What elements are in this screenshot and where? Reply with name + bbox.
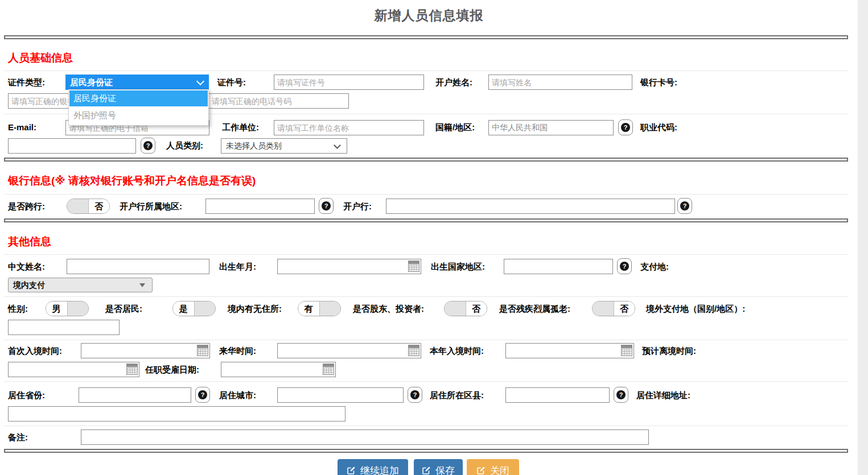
is-shareholder-label: 是否股东、投资者:	[353, 301, 424, 316]
calendar-icon[interactable]	[126, 364, 138, 375]
dropdown-option-foreign-passport[interactable]: 外国护照号	[69, 108, 208, 123]
phone-input[interactable]	[208, 93, 349, 109]
year-entry-input[interactable]	[505, 343, 634, 358]
calendar-icon[interactable]	[408, 345, 419, 356]
province-label: 居住省份:	[8, 387, 45, 403]
cross-bank-toggle[interactable]: 否	[67, 199, 110, 214]
overseas-pay-label: 境外支付地（国别/地区）:	[646, 301, 745, 316]
question-icon: ?	[616, 390, 626, 399]
overseas-pay-input[interactable]	[8, 320, 120, 335]
section-heading-basic: 人员基础信息	[8, 51, 73, 65]
city-help-button[interactable]: ?	[408, 387, 422, 403]
is-shareholder-toggle[interactable]: 否	[444, 301, 487, 316]
save-label: 保存	[435, 464, 455, 475]
birth-country-label: 出生国家地区:	[431, 259, 485, 274]
id-type-selected-value: 居民身份证	[70, 77, 113, 87]
district-label: 居住所在区县:	[430, 387, 484, 403]
edit-icon	[422, 466, 431, 475]
calendar-icon[interactable]	[621, 345, 632, 356]
bank-region-label: 开户行所属地区:	[120, 199, 182, 214]
id-no-label: 证件号:	[217, 75, 246, 90]
remark-label: 备注:	[8, 429, 28, 445]
account-name-input[interactable]	[488, 75, 632, 90]
is-resident-toggle[interactable]: 是	[172, 301, 216, 316]
nationality-help-button[interactable]: ?	[618, 119, 633, 135]
row-separator	[4, 340, 848, 340]
is-disabled-toggle-value: 否	[614, 301, 635, 316]
section-heading-bank: 银行信息(※ 请核对银行账号和开户名信息是否有误)	[8, 174, 256, 188]
departure-label: 预计离境时间:	[642, 343, 696, 358]
close-label: 关闭	[490, 464, 509, 475]
calendar-icon[interactable]	[197, 345, 208, 356]
cross-bank-toggle-value: 否	[89, 199, 110, 213]
birth-date-input[interactable]	[277, 259, 421, 274]
question-icon: ?	[620, 262, 629, 271]
employment-date-field	[221, 362, 336, 377]
continue-add-button[interactable]: 继续追加	[338, 459, 408, 475]
question-icon: ?	[621, 123, 630, 132]
pay-place-selected-value: 境内支付	[13, 280, 45, 290]
page-background-strip	[858, 0, 868, 475]
gender-toggle-value: 男	[46, 301, 67, 316]
first-entry-input[interactable]	[81, 343, 210, 358]
arrival-input[interactable]	[277, 343, 421, 358]
departure-field	[8, 362, 139, 377]
remark-input[interactable]	[81, 429, 649, 445]
district-help-button[interactable]: ?	[614, 387, 628, 403]
divider-section	[4, 218, 848, 222]
person-type-label: 人员类别:	[166, 138, 203, 153]
toggle-track	[194, 301, 216, 316]
year-entry-field	[505, 343, 634, 358]
triangle-down-icon	[139, 283, 145, 287]
arrival-field	[277, 343, 421, 358]
work-unit-input[interactable]	[274, 120, 424, 135]
pay-place-select[interactable]: 境内支付	[8, 278, 153, 292]
province-input[interactable]	[79, 387, 191, 403]
divider-top	[4, 35, 848, 39]
occupation-help-button[interactable]: ?	[141, 138, 155, 154]
person-type-select[interactable]: 未选择人员类别	[221, 138, 347, 154]
gender-toggle[interactable]: 男	[46, 301, 89, 316]
id-type-select[interactable]: 居民身份证	[65, 75, 209, 90]
divider-bottom	[4, 449, 848, 453]
province-help-button[interactable]: ?	[195, 387, 210, 403]
bank-name-input[interactable]	[386, 199, 675, 214]
is-disabled-toggle[interactable]: 否	[592, 301, 635, 316]
is-disabled-label: 是否残疾烈属孤老:	[499, 301, 570, 316]
domestic-residence-toggle-value: 有	[298, 301, 319, 316]
departure-input[interactable]	[8, 362, 139, 377]
is-resident-label: 是否居民:	[105, 301, 142, 316]
bank-region-help-button[interactable]: ?	[319, 198, 334, 214]
bank-name-label: 开户行:	[343, 199, 372, 214]
bank-region-input[interactable]	[205, 199, 315, 214]
row-separator	[4, 426, 848, 426]
bank-name-help-button[interactable]: ?	[677, 198, 692, 214]
question-icon: ?	[322, 201, 331, 210]
occupation-input[interactable]	[8, 138, 136, 154]
form-panel: 新增人员信息填报 人员基础信息 证件类型: 居民身份证 证件号: 开户姓名: 银…	[0, 0, 858, 475]
employment-date-input[interactable]	[221, 362, 336, 377]
birth-country-input[interactable]	[504, 259, 613, 274]
section-heading-other: 其他信息	[8, 235, 51, 249]
calendar-icon[interactable]	[323, 364, 334, 375]
year-entry-label: 本年入境时间:	[430, 343, 484, 358]
district-input[interactable]	[505, 387, 610, 403]
page: 新增人员信息填报 人员基础信息 证件类型: 居民身份证 证件号: 开户姓名: 银…	[0, 0, 868, 475]
dropdown-option-resident-id[interactable]: 居民身份证	[69, 90, 208, 108]
question-icon: ?	[198, 390, 207, 399]
id-no-input[interactable]	[274, 75, 424, 90]
address-input[interactable]	[8, 406, 345, 422]
close-button[interactable]: 关闭	[467, 459, 519, 475]
toggle-track	[445, 301, 466, 316]
gender-label: 性别:	[8, 301, 28, 316]
nationality-input[interactable]	[488, 120, 614, 135]
edit-icon	[347, 466, 356, 475]
arrival-label: 来华时间:	[219, 343, 256, 358]
birth-country-help-button[interactable]: ?	[617, 258, 632, 274]
save-button[interactable]: 保存	[414, 459, 463, 475]
city-input[interactable]	[277, 387, 404, 403]
domestic-residence-toggle[interactable]: 有	[298, 301, 341, 316]
chinese-name-input[interactable]	[67, 259, 209, 274]
calendar-icon[interactable]	[408, 261, 419, 272]
toggle-track	[67, 199, 89, 213]
